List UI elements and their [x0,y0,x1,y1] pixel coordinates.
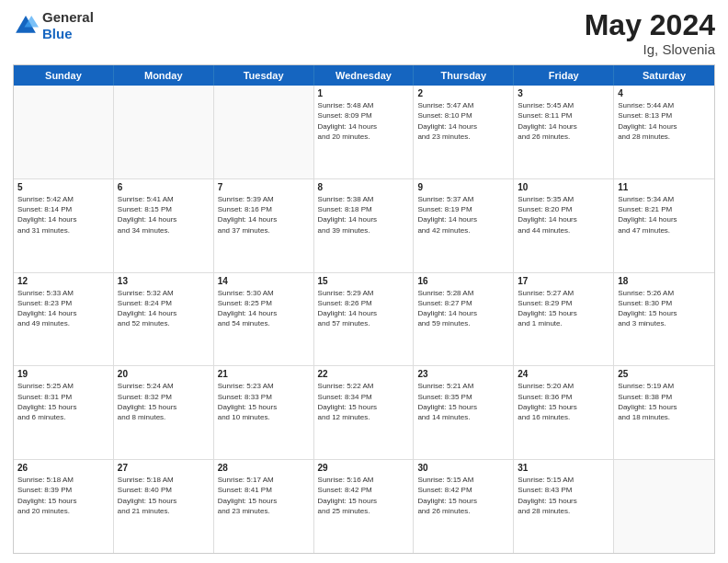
cell-info: Sunrise: 5:18 AM Sunset: 8:39 PM Dayligh… [17,475,109,516]
day-number: 6 [118,182,210,192]
table-row: 3Sunrise: 5:45 AM Sunset: 8:11 PM Daylig… [514,86,614,178]
table-row: 21Sunrise: 5:23 AM Sunset: 8:33 PM Dayli… [214,366,314,459]
calendar: SundayMondayTuesdayWednesdayThursdayFrid… [13,64,715,554]
cell-info: Sunrise: 5:33 AM Sunset: 8:23 PM Dayligh… [17,288,109,329]
table-row: 14Sunrise: 5:30 AM Sunset: 8:25 PM Dayli… [214,273,314,366]
table-row: 24Sunrise: 5:20 AM Sunset: 8:36 PM Dayli… [514,366,614,459]
cell-info: Sunrise: 5:24 AM Sunset: 8:32 PM Dayligh… [118,381,210,422]
day-number: 10 [518,182,609,192]
cell-info: Sunrise: 5:19 AM Sunset: 8:38 PM Dayligh… [618,381,711,422]
header-cell-tuesday: Tuesday [214,65,314,86]
day-number: 24 [518,369,609,379]
table-row: 6Sunrise: 5:41 AM Sunset: 8:15 PM Daylig… [114,179,214,272]
cell-info: Sunrise: 5:26 AM Sunset: 8:30 PM Dayligh… [618,288,711,329]
calendar-row-4: 26Sunrise: 5:18 AM Sunset: 8:39 PM Dayli… [14,460,714,553]
day-number: 5 [17,182,109,192]
cell-info: Sunrise: 5:15 AM Sunset: 8:42 PM Dayligh… [417,475,509,516]
cell-info: Sunrise: 5:30 AM Sunset: 8:25 PM Dayligh… [218,288,310,329]
day-number: 1 [318,88,410,98]
day-number: 19 [17,369,109,379]
header-cell-saturday: Saturday [614,65,714,86]
day-number: 29 [318,463,410,473]
table-row: 26Sunrise: 5:18 AM Sunset: 8:39 PM Dayli… [14,460,114,553]
header-cell-friday: Friday [514,65,614,86]
cell-info: Sunrise: 5:15 AM Sunset: 8:43 PM Dayligh… [518,475,609,516]
day-number: 26 [17,463,109,473]
table-row: 22Sunrise: 5:22 AM Sunset: 8:34 PM Dayli… [314,366,415,459]
table-row: 12Sunrise: 5:33 AM Sunset: 8:23 PM Dayli… [14,273,114,366]
table-row [114,86,214,178]
day-number: 8 [318,182,410,192]
calendar-row-2: 12Sunrise: 5:33 AM Sunset: 8:23 PM Dayli… [14,273,714,367]
cell-info: Sunrise: 5:25 AM Sunset: 8:31 PM Dayligh… [17,381,109,422]
day-number: 17 [518,276,609,286]
day-number: 15 [318,276,410,286]
table-row: 20Sunrise: 5:24 AM Sunset: 8:32 PM Dayli… [114,366,214,459]
calendar-location: Ig, Slovenia [585,41,715,57]
cell-info: Sunrise: 5:34 AM Sunset: 8:21 PM Dayligh… [618,194,711,236]
table-row: 27Sunrise: 5:18 AM Sunset: 8:40 PM Dayli… [114,460,214,553]
header: General Blue May 2024 Ig, Slovenia [13,9,715,57]
header-cell-wednesday: Wednesday [314,65,415,86]
cell-info: Sunrise: 5:18 AM Sunset: 8:40 PM Dayligh… [118,475,210,516]
logo-text: General Blue [42,9,94,42]
title-block: May 2024 Ig, Slovenia [585,9,715,57]
day-number: 23 [417,369,509,379]
cell-info: Sunrise: 5:45 AM Sunset: 8:11 PM Dayligh… [518,100,609,142]
table-row: 17Sunrise: 5:27 AM Sunset: 8:29 PM Dayli… [514,273,614,366]
page: General Blue May 2024 Ig, Slovenia Sunda… [0,0,728,563]
day-number: 20 [118,369,210,379]
table-row: 2Sunrise: 5:47 AM Sunset: 8:10 PM Daylig… [414,86,514,178]
header-cell-thursday: Thursday [414,65,514,86]
cell-info: Sunrise: 5:42 AM Sunset: 8:14 PM Dayligh… [17,194,109,236]
cell-info: Sunrise: 5:35 AM Sunset: 8:20 PM Dayligh… [518,194,609,236]
cell-info: Sunrise: 5:22 AM Sunset: 8:34 PM Dayligh… [318,381,410,422]
table-row: 19Sunrise: 5:25 AM Sunset: 8:31 PM Dayli… [14,366,114,459]
cell-info: Sunrise: 5:47 AM Sunset: 8:10 PM Dayligh… [417,100,509,142]
table-row: 10Sunrise: 5:35 AM Sunset: 8:20 PM Dayli… [514,179,614,272]
cell-info: Sunrise: 5:27 AM Sunset: 8:29 PM Dayligh… [518,288,609,329]
day-number: 27 [118,463,210,473]
table-row: 15Sunrise: 5:29 AM Sunset: 8:26 PM Dayli… [314,273,415,366]
logo-general: General [42,9,94,26]
cell-info: Sunrise: 5:44 AM Sunset: 8:13 PM Dayligh… [618,100,711,142]
day-number: 9 [417,182,509,192]
cell-info: Sunrise: 5:29 AM Sunset: 8:26 PM Dayligh… [318,288,410,329]
day-number: 18 [618,276,711,286]
cell-info: Sunrise: 5:38 AM Sunset: 8:18 PM Dayligh… [318,194,410,236]
day-number: 7 [218,182,310,192]
logo-blue: Blue [42,26,94,42]
header-cell-monday: Monday [114,65,214,86]
day-number: 25 [618,369,711,379]
calendar-row-3: 19Sunrise: 5:25 AM Sunset: 8:31 PM Dayli… [14,366,714,460]
table-row: 8Sunrise: 5:38 AM Sunset: 8:18 PM Daylig… [314,179,415,272]
table-row: 11Sunrise: 5:34 AM Sunset: 8:21 PM Dayli… [614,179,714,272]
day-number: 2 [417,88,509,98]
table-row: 28Sunrise: 5:17 AM Sunset: 8:41 PM Dayli… [214,460,314,553]
cell-info: Sunrise: 5:48 AM Sunset: 8:09 PM Dayligh… [318,100,410,142]
table-row: 30Sunrise: 5:15 AM Sunset: 8:42 PM Dayli… [414,460,514,553]
cell-info: Sunrise: 5:39 AM Sunset: 8:16 PM Dayligh… [218,194,310,236]
table-row: 16Sunrise: 5:28 AM Sunset: 8:27 PM Dayli… [414,273,514,366]
day-number: 14 [218,276,310,286]
day-number: 11 [618,182,711,192]
table-row: 25Sunrise: 5:19 AM Sunset: 8:38 PM Dayli… [614,366,714,459]
table-row: 7Sunrise: 5:39 AM Sunset: 8:16 PM Daylig… [214,179,314,272]
day-number: 28 [218,463,310,473]
cell-info: Sunrise: 5:20 AM Sunset: 8:36 PM Dayligh… [518,381,609,422]
cell-info: Sunrise: 5:17 AM Sunset: 8:41 PM Dayligh… [218,475,310,516]
cell-info: Sunrise: 5:32 AM Sunset: 8:24 PM Dayligh… [118,288,210,329]
cell-info: Sunrise: 5:23 AM Sunset: 8:33 PM Dayligh… [218,381,310,422]
day-number: 21 [218,369,310,379]
day-number: 31 [518,463,609,473]
header-cell-sunday: Sunday [14,65,114,86]
calendar-row-1: 5Sunrise: 5:42 AM Sunset: 8:14 PM Daylig… [14,179,714,273]
table-row: 18Sunrise: 5:26 AM Sunset: 8:30 PM Dayli… [614,273,714,366]
day-number: 22 [318,369,410,379]
day-number: 13 [118,276,210,286]
day-number: 16 [417,276,509,286]
table-row: 4Sunrise: 5:44 AM Sunset: 8:13 PM Daylig… [614,86,714,178]
table-row: 5Sunrise: 5:42 AM Sunset: 8:14 PM Daylig… [14,179,114,272]
table-row [214,86,314,178]
table-row: 29Sunrise: 5:16 AM Sunset: 8:42 PM Dayli… [314,460,415,553]
